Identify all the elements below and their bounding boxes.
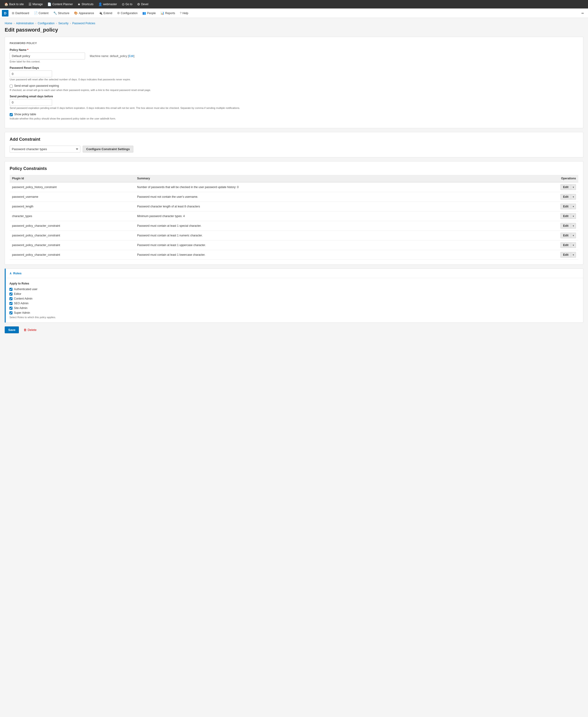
edit-dropdown-6[interactable]: ▾ <box>571 242 576 248</box>
col-header-summary: Summary <box>135 175 499 182</box>
role-content-admin-label: Content Admin <box>14 297 33 300</box>
pending-email-label: Send pending email days before <box>10 95 578 98</box>
operations-cell: Edit ▾ <box>499 231 578 241</box>
machine-name-edit-link[interactable]: Edit <box>129 55 133 58</box>
role-authenticated-user-checkbox[interactable] <box>9 288 13 291</box>
role-seo-admin-checkbox[interactable] <box>9 302 13 305</box>
configure-constraint-button[interactable]: Configure Constraint Settings <box>83 146 133 152</box>
show-policy-table-group: Show policy table Indicate whether this … <box>10 112 578 120</box>
operations-cell: Edit ▾ <box>499 221 578 231</box>
edit-button-3[interactable]: Edit <box>561 213 571 219</box>
site-logo: D <box>2 10 8 17</box>
roles-hint: Select Roles to which this policy applie… <box>9 316 579 319</box>
configuration-icon: ⚙ <box>117 11 120 15</box>
edit-dropdown-7[interactable]: ▾ <box>571 252 576 258</box>
edit-button-0[interactable]: Edit <box>561 184 571 190</box>
dashboard-icon: ⊞ <box>12 11 14 15</box>
content-icon: 📄 <box>34 11 38 15</box>
role-site-admin-checkbox[interactable] <box>9 307 13 310</box>
role-item: Content Admin <box>9 297 579 300</box>
add-constraint-section: Add Constraint Password character types … <box>5 132 583 158</box>
reset-days-group: Password Reset Days User password will r… <box>10 66 578 81</box>
delete-button[interactable]: 🗑 Delete <box>24 327 37 333</box>
nav-dashboard[interactable]: ⊞ Dashboard <box>9 8 31 18</box>
edit-dropdown-2[interactable]: ▾ <box>571 204 576 209</box>
roles-header[interactable]: ∧ Roles <box>6 269 583 278</box>
summary-cell: Number of passwords that will be checked… <box>135 182 499 192</box>
edit-button-1[interactable]: Edit <box>561 194 571 200</box>
policy-name-label: Policy Name * <box>10 48 578 52</box>
send-email-checkbox[interactable] <box>10 85 13 88</box>
summary-cell: Password must not contain the user's use… <box>135 192 499 202</box>
nav-collapse[interactable]: ⇔ <box>579 8 586 18</box>
main-content: Home › Administration › Configuration › … <box>0 18 588 337</box>
table-row: password_policy_character_constraint Pas… <box>10 231 578 241</box>
reset-days-input[interactable] <box>10 70 52 77</box>
plugin-id-cell: character_types <box>10 211 135 221</box>
shortcuts-label: Shortcuts <box>82 3 93 6</box>
breadcrumb-security[interactable]: Security <box>58 22 68 25</box>
show-policy-table-label: Show policy table <box>14 112 36 116</box>
edit-dropdown-3[interactable]: ▾ <box>571 213 576 219</box>
constraint-type-select[interactable]: Password character types Password histor… <box>10 146 80 152</box>
role-site-admin-label: Site Admin <box>14 306 27 310</box>
policy-name-input[interactable] <box>10 53 85 59</box>
edit-button-4[interactable]: Edit <box>561 223 571 229</box>
shortcuts-link[interactable]: ★ Shortcuts <box>75 0 96 8</box>
pending-email-group: Send pending email days before Send pass… <box>10 95 578 109</box>
go-to-link[interactable]: ⊙ Go to <box>120 0 135 8</box>
content-planner-label: Content Planner <box>52 3 73 6</box>
edit-button-7[interactable]: Edit <box>561 252 571 258</box>
summary-cell: Password must contain at least 1 lowerca… <box>135 250 499 260</box>
show-policy-table-checkbox[interactable] <box>10 113 13 116</box>
back-to-site-link[interactable]: 🏠 Back to site <box>2 0 26 8</box>
breadcrumb-configuration[interactable]: Configuration <box>38 22 55 25</box>
breadcrumb-home[interactable]: Home <box>5 22 12 25</box>
chevron-up-icon: ∧ <box>9 271 12 275</box>
nav-people[interactable]: 👥 People <box>140 8 158 18</box>
summary-cell: Minimum password character types: 4 <box>135 211 499 221</box>
edit-button-5[interactable]: Edit <box>561 233 571 238</box>
pending-email-input[interactable] <box>10 99 52 106</box>
breadcrumb: Home › Administration › Configuration › … <box>5 22 583 25</box>
webmaster-link[interactable]: 👤 webmaster <box>96 0 120 8</box>
summary-cell: Password must contain at least 1 special… <box>135 221 499 231</box>
edit-dropdown-4[interactable]: ▾ <box>571 223 576 229</box>
manage-link[interactable]: ☰ Manage <box>26 0 45 8</box>
devel-icon: ⚙ <box>137 2 140 6</box>
edit-dropdown-1[interactable]: ▾ <box>571 194 576 200</box>
nav-configuration[interactable]: ⚙ Configuration <box>115 8 140 18</box>
roles-section: ∧ Roles Apply to Roles Authenticated use… <box>5 268 583 323</box>
breadcrumb-administration[interactable]: Administration <box>16 22 34 25</box>
role-editor-checkbox[interactable] <box>9 292 13 295</box>
structure-icon: 🔧 <box>53 11 57 15</box>
save-button[interactable]: Save <box>5 326 19 333</box>
nav-help[interactable]: ? Help <box>177 8 191 18</box>
edit-button-6[interactable]: Edit <box>561 242 571 248</box>
content-planner-link[interactable]: 📄 Content Planner <box>45 0 75 8</box>
manage-label: Manage <box>33 3 43 6</box>
nav-structure[interactable]: 🔧 Structure <box>51 8 72 18</box>
edit-dropdown-5[interactable]: ▾ <box>571 233 576 238</box>
operations-cell: Edit ▾ <box>499 241 578 250</box>
table-head: Plugin Id Summary Operations <box>10 175 578 182</box>
table-row: password_policy_character_constraint Pas… <box>10 221 578 231</box>
nav-reports[interactable]: 📊 Reports <box>158 8 177 18</box>
nav-appearance[interactable]: 🎨 Appearance <box>71 8 96 18</box>
breadcrumb-password-policies[interactable]: Password Policies <box>72 22 95 25</box>
pending-email-hint: Send password expiration pending email X… <box>10 106 578 109</box>
people-icon: 👥 <box>142 11 146 15</box>
role-content-admin-checkbox[interactable] <box>9 297 13 300</box>
devel-link[interactable]: ⚙ Devel <box>135 0 151 8</box>
help-icon: ? <box>180 11 182 15</box>
nav-content[interactable]: 📄 Content <box>31 8 51 18</box>
role-super-admin-checkbox[interactable] <box>9 311 13 314</box>
nav-extend[interactable]: 🔌 Extend <box>96 8 114 18</box>
actions-row: Save 🗑 Delete <box>5 326 583 333</box>
edit-dropdown-0[interactable]: ▾ <box>571 184 576 190</box>
role-item: Site Admin <box>9 306 579 310</box>
edit-button-2[interactable]: Edit <box>561 204 571 209</box>
col-header-operations: Operations <box>499 175 578 182</box>
reset-days-hint: User password will reset after the selec… <box>10 78 578 81</box>
send-email-label: Send email upon password expiring <box>14 84 59 87</box>
